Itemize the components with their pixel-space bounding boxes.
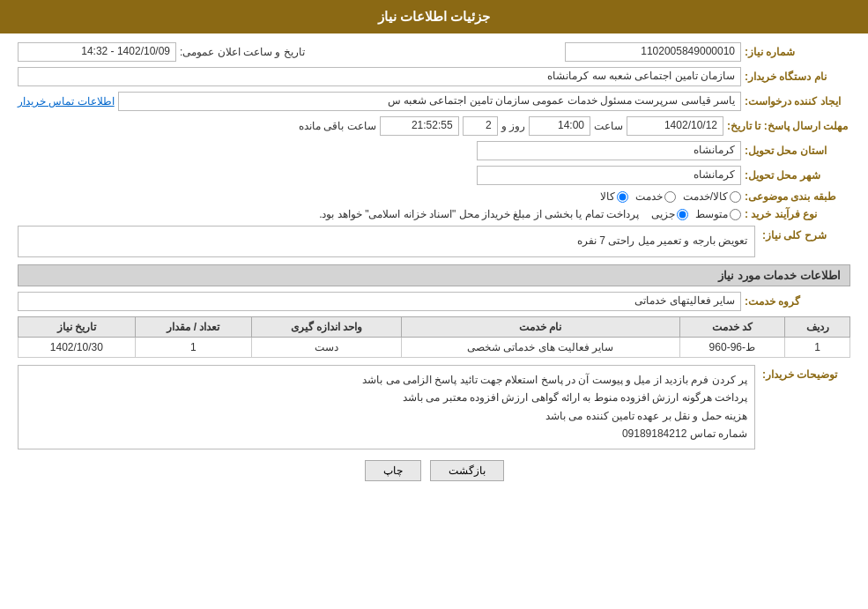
page-wrapper: جزئیات اطلاعات نیاز شماره نیاز: 11020058… <box>0 0 868 609</box>
rooz-label: روز و <box>501 120 525 132</box>
row-noe: نوع فرآیند خرید : متوسط جزیی پرداخت تمام… <box>18 208 850 220</box>
radio-kala-label: کالا <box>600 190 615 203</box>
page-header: جزئیات اطلاعات نیاز <box>0 0 868 33</box>
noe-label: نوع فرآیند خرید : <box>745 208 850 220</box>
col-vahed: واحد اندازه گیری <box>252 317 402 338</box>
radio-kala[interactable]: کالا <box>600 190 628 203</box>
button-row: بازگشت چاپ <box>18 460 850 481</box>
tarikh-value: 1402/10/12 <box>627 116 723 136</box>
ijad-label: ایجاد کننده درخواست: <box>745 95 850 108</box>
toozihat-label: توضیحات خریدار: <box>762 368 850 381</box>
radio-kala-input[interactable] <box>617 191 628 203</box>
row-grooh: گروه خدمت: سایر فعالیتهای خدماتی <box>18 292 850 311</box>
shomare-value: 1102005849000010 <box>565 42 741 62</box>
radio-motavasset-label: متوسط <box>695 208 728 220</box>
ostan-value: کرمانشاه <box>477 141 741 160</box>
shahr-label: شهر محل تحویل: <box>745 169 850 182</box>
row-ijad: ایجاد کننده درخواست: یاسر قیاسی سرپرست م… <box>18 92 850 111</box>
table-row: 1ط-96-960سایر فعالیت های خدماتی شخصیدست1… <box>19 338 850 358</box>
noe-radios: متوسط جزیی <box>651 208 741 220</box>
content-area: شماره نیاز: 1102005849000010 تاریخ و ساع… <box>0 33 868 501</box>
khadamat-section-title: اطلاعات خدمات مورد نیاز <box>18 264 850 286</box>
baghimande-value: 21:52:55 <box>380 116 459 136</box>
table-cell-0-2: سایر فعالیت های خدماتی شخصی <box>402 338 680 358</box>
row-toozihat: توضیحات خریدار: پر کردن فرم بازدید از می… <box>18 365 850 449</box>
radio-jozi-label: جزیی <box>651 208 675 220</box>
ijad-link[interactable]: اطلاعات تماس خریدار <box>18 95 115 108</box>
ostan-label: استان محل تحویل: <box>745 145 850 157</box>
col-tedad: تعداد / مقدار <box>135 317 252 338</box>
noe-text: پرداخت تمام یا بخشی از مبلغ خریداز محل "… <box>319 208 639 220</box>
col-kod: کد خدمت <box>679 317 784 338</box>
back-button[interactable]: بازگشت <box>430 460 504 481</box>
radio-motavasset[interactable]: متوسط <box>695 208 741 220</box>
shomare-label: شماره نیاز: <box>745 46 850 58</box>
row-sharh: شرح کلی نیاز: تعویض بارجه و تعمیر میل را… <box>18 226 850 257</box>
row-shomare: شماره نیاز: 1102005849000010 تاریخ و ساع… <box>18 42 850 62</box>
services-table: ردیف کد خدمت نام خدمت واحد اندازه گیری ت… <box>18 316 850 358</box>
table-cell-0-3: دست <box>252 338 402 358</box>
grooh-label: گروه خدمت: <box>745 295 850 308</box>
radio-khedmat-label: خدمت <box>635 190 663 203</box>
saat-value: 14:00 <box>529 116 590 136</box>
tabaqeh-label: طبقه بندی موضوعی: <box>745 190 850 203</box>
shahr-value: کرمانشاه <box>477 166 741 185</box>
namdastgah-label: نام دستگاه خریدار: <box>745 71 850 83</box>
table-header-row: ردیف کد خدمت نام خدمت واحد اندازه گیری ت… <box>19 317 850 338</box>
tarikh-ostan-value: 1402/10/09 - 14:32 <box>18 42 176 62</box>
radio-kala-khedmat-input[interactable] <box>730 191 741 203</box>
radio-khedmat[interactable]: خدمت <box>635 190 676 203</box>
saat-label: ساعت <box>594 120 623 132</box>
sharh-label: شرح کلی نیاز: <box>762 229 850 241</box>
rooz-value: 2 <box>463 116 498 136</box>
row-mohlat: مهلت ارسال پاسخ: تا تاریخ: 1402/10/12 سا… <box>18 116 850 136</box>
radio-jozi-input[interactable] <box>677 209 688 220</box>
col-tarikh: تاریخ نیاز <box>19 317 136 338</box>
radio-jozi[interactable]: جزیی <box>651 208 688 220</box>
col-radif: ردیف <box>785 317 850 338</box>
table-cell-0-1: ط-96-960 <box>679 338 784 358</box>
namdastgah-value: سازمان تامین اجتماعی شعبه سه کرمانشاه <box>18 67 741 86</box>
radio-khedmat-input[interactable] <box>664 191 676 203</box>
mohlat-label: مهلت ارسال پاسخ: تا تاریخ: <box>727 120 850 132</box>
table-body: 1ط-96-960سایر فعالیت های خدماتی شخصیدست1… <box>19 338 850 358</box>
print-button[interactable]: چاپ <box>365 460 421 481</box>
table-cell-0-5: 1402/10/30 <box>19 338 136 358</box>
row-shahr: شهر محل تحویل: کرمانشاه <box>18 166 850 185</box>
page-title: جزئیات اطلاعات نیاز <box>378 9 490 24</box>
table-cell-0-4: 1 <box>135 338 252 358</box>
grooh-value: سایر فعالیتهای خدماتی <box>18 292 741 311</box>
row-ostan: استان محل تحویل: کرمانشاه <box>18 141 850 160</box>
toozihat-value: پر کردن فرم بازدید از میل و پیوست آن در … <box>18 365 755 449</box>
col-naam: نام خدمت <box>402 317 680 338</box>
ijad-value: یاسر قیاسی سرپرست مسئول خدمات عمومی سازم… <box>118 92 741 111</box>
table-cell-0-0: 1 <box>785 338 850 358</box>
radio-kala-khedmat-label: کالا/خدمت <box>683 190 728 203</box>
row-namdastgah: نام دستگاه خریدار: سازمان تامین اجتماعی … <box>18 67 850 86</box>
radio-motavasset-input[interactable] <box>730 209 741 220</box>
sharh-value: تعویض بارجه و تعمیر میل راحتی 7 نفره <box>18 226 755 257</box>
radio-kala-khedmat[interactable]: کالا/خدمت <box>683 190 741 203</box>
tarikh-ostan-label: تاریخ و ساعت اعلان عمومی: <box>180 46 305 58</box>
table-head: ردیف کد خدمت نام خدمت واحد اندازه گیری ت… <box>19 317 850 338</box>
tabaqeh-radios: کالا/خدمت خدمت کالا <box>600 190 741 203</box>
row-tabaqeh: طبقه بندی موضوعی: کالا/خدمت خدمت کالا <box>18 190 850 203</box>
baghimande-label: ساعت باقی مانده <box>299 120 376 132</box>
